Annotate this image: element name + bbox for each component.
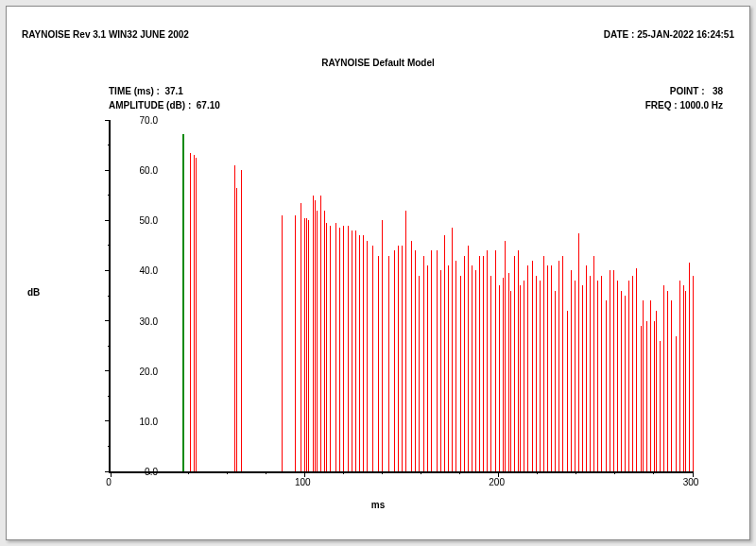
impulse-bar xyxy=(650,300,651,471)
impulse-bar xyxy=(330,226,331,471)
impulse-bar xyxy=(472,265,472,471)
impulse-bar xyxy=(411,241,412,471)
meta-left: TIME (ms) : 37.1 AMPLITUDE (dB) : 67.10 xyxy=(109,84,220,112)
impulse-bar xyxy=(320,196,321,471)
impulse-bar xyxy=(301,203,301,471)
impulse-bar xyxy=(348,226,349,471)
impulse-bar xyxy=(423,256,424,472)
impulse-bar xyxy=(315,200,316,471)
impulse-bar xyxy=(643,300,644,471)
impulse-bar xyxy=(685,291,686,471)
impulse-bar xyxy=(427,265,428,471)
impulse-bar xyxy=(613,270,614,471)
impulse-bar xyxy=(524,281,524,471)
impulse-bar xyxy=(679,281,680,471)
chart-canvas: RAYNOISE Rev 3.1 WIN32 JUNE 2002 DATE : … xyxy=(9,9,747,537)
impulse-bar xyxy=(455,261,456,471)
impulse-bar xyxy=(532,261,533,471)
impulse-bar xyxy=(378,256,379,472)
impulse-bar xyxy=(382,220,383,471)
impulse-bar xyxy=(558,261,559,471)
impulse-bar xyxy=(324,211,325,471)
time-label: TIME (ms) : xyxy=(109,86,160,96)
impulse-bar xyxy=(601,276,602,471)
impulse-bar xyxy=(363,235,364,471)
y-tick-label: 20.0 xyxy=(120,366,158,376)
x-axis-label: ms xyxy=(9,500,747,510)
impulse-bar xyxy=(520,285,521,471)
impulse-bar xyxy=(621,291,622,471)
y-tick-label: 70.0 xyxy=(120,115,158,126)
impulse-bar xyxy=(367,241,368,471)
y-tick-label: 30.0 xyxy=(120,316,158,326)
impulse-bar xyxy=(190,153,191,471)
impulse-bar xyxy=(610,270,610,471)
impulse-bar xyxy=(490,276,491,471)
impulse-bar xyxy=(499,285,500,471)
impulse-bar xyxy=(355,230,356,471)
impulse-bar xyxy=(571,270,572,471)
impulse-bar xyxy=(196,158,197,471)
impulse-bar xyxy=(660,341,661,471)
impulse-bar xyxy=(448,265,449,471)
impulse-bar xyxy=(518,250,519,471)
impulse-bar xyxy=(335,223,336,471)
impulse-bar xyxy=(567,311,568,471)
impulse-bar xyxy=(405,211,406,471)
impulse-bar xyxy=(578,233,579,471)
impulse-bar xyxy=(683,285,684,471)
impulse-bar xyxy=(343,226,344,471)
impulse-bar xyxy=(194,155,195,471)
impulse-bar xyxy=(444,235,445,471)
impulse-bar xyxy=(388,256,389,472)
impulse-bar xyxy=(527,265,528,471)
app-version-text: RAYNOISE Rev 3.1 WIN32 JUNE 2002 xyxy=(22,29,189,40)
amplitude-value: 67.10 xyxy=(197,100,220,111)
impulse-bar xyxy=(359,235,360,471)
y-tick-label: 40.0 xyxy=(120,265,158,276)
impulse-bar xyxy=(510,291,511,471)
impulse-bar xyxy=(667,291,668,471)
point-label: POINT : xyxy=(670,86,705,96)
impulse-bar xyxy=(689,263,690,471)
impulse-bar xyxy=(625,296,626,471)
impulse-bar xyxy=(514,256,515,472)
impulse-bar xyxy=(503,278,504,471)
impulse-bar xyxy=(419,276,420,471)
impulse-bar xyxy=(593,256,594,472)
impulse-bar xyxy=(415,250,416,471)
impulse-bar xyxy=(339,228,340,471)
impulse-bar xyxy=(306,218,307,471)
impulse-bar xyxy=(475,270,476,471)
y-axis-label: dB xyxy=(27,287,40,298)
x-tick-label: 200 xyxy=(489,477,505,487)
impulse-bar xyxy=(505,241,506,471)
impulse-bar xyxy=(440,270,441,471)
time-value: 37.1 xyxy=(164,86,182,96)
impulse-bar xyxy=(352,230,352,471)
freq-value: 1000.0 Hz xyxy=(679,100,723,111)
x-tick-label: 300 xyxy=(683,477,699,487)
impulse-bar xyxy=(487,250,488,471)
impulse-bar xyxy=(282,215,283,471)
impulse-bar xyxy=(437,250,438,471)
impulse-bar xyxy=(536,276,537,471)
impulse-bar xyxy=(590,276,591,471)
impulse-bar xyxy=(663,285,664,471)
impulse-bar xyxy=(547,265,548,471)
y-tick-label: 60.0 xyxy=(120,165,158,176)
amplitude-label: AMPLITUDE (dB) : xyxy=(109,100,191,111)
impulse-bar xyxy=(551,265,552,471)
impulse-bar xyxy=(234,165,235,471)
meta-right: POINT : 38 FREQ : 1000.0 Hz xyxy=(645,84,723,112)
impulse-bar xyxy=(693,276,694,471)
impulse-bar xyxy=(236,188,237,471)
impulse-bar xyxy=(464,256,465,472)
impulse-bar xyxy=(636,268,637,471)
impulse-bar xyxy=(431,250,432,471)
impulse-bar xyxy=(483,256,484,472)
impulse-bar xyxy=(582,285,583,471)
impulse-bar xyxy=(241,170,242,471)
impulse-bar xyxy=(398,246,399,471)
impulse-bar xyxy=(317,211,318,471)
